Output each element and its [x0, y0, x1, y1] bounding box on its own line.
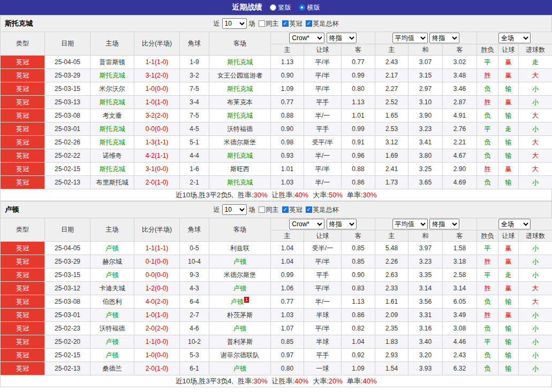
checkbox-icon-championship[interactable] — [282, 20, 289, 27]
league-badge: 英冠 — [1, 136, 45, 149]
odds-handicap-line: 平手 — [304, 349, 342, 362]
avg-odds-draw: 3.65 — [409, 176, 443, 189]
team-section-header: 斯托克城 近 10 场 同主 英冠 英足总杯 — [0, 15, 552, 32]
scope-select[interactable]: 全场 — [498, 33, 531, 43]
checkbox-icon-same-home[interactable] — [259, 20, 265, 27]
odds-home: 1.04 — [271, 255, 304, 268]
match-date: 25-03-13 — [45, 96, 90, 109]
result-goals: 小 — [519, 122, 552, 136]
summary-stat-value: 30% — [254, 191, 268, 199]
away-team-name: 女王公园巡游者 — [209, 69, 271, 82]
corners-score: 6-1 — [180, 362, 209, 375]
checkbox-icon-fa-cup[interactable] — [306, 20, 312, 27]
odds-stage-select[interactable]: 终指 — [327, 33, 357, 43]
filter-fa-cup[interactable]: 英足总杯 — [306, 205, 339, 214]
avg-odds-away: 3.18 — [443, 255, 477, 268]
subcol-home-odds: 主 — [271, 44, 304, 56]
away-team-name: 斯托克城 — [209, 109, 271, 122]
odds-handicap-line: 平/半 — [304, 163, 342, 176]
view-mode-vertical[interactable]: 竖版 — [270, 3, 291, 12]
checkbox-icon-fa-cup[interactable] — [306, 206, 312, 213]
avg-stage-select[interactable]: 终指 — [429, 33, 459, 43]
result-handicap: 赢 — [498, 309, 519, 322]
result-goals: 小 — [519, 255, 552, 268]
match-date: 25-02-13 — [45, 176, 90, 189]
odds-away: 0.92 — [342, 349, 375, 362]
avg-odds-draw: 3.90 — [409, 109, 443, 122]
filter-championship[interactable]: 英冠 — [282, 19, 303, 28]
view-mode-vertical-label[interactable]: 竖版 — [278, 3, 291, 12]
bookmaker-select[interactable]: Crow* — [289, 219, 324, 229]
match-row: 英冠25-03-12卡迪夫城1-2(0-0)4-3卢顿1.06平/半0.832.… — [1, 282, 552, 295]
avg-odds-home: 1.61 — [375, 295, 409, 309]
avg-odds-home: 2.52 — [375, 96, 409, 109]
result-goals: 大 — [519, 136, 552, 149]
checkbox-icon-same-home[interactable] — [259, 206, 265, 213]
match-score: 0-0(0-0) — [134, 122, 180, 136]
view-mode-horizontal[interactable]: 横版 — [299, 3, 320, 12]
odds-away: 0.96 — [342, 149, 375, 163]
odds-stage-select[interactable]: 终指 — [327, 219, 357, 229]
avg-source-select[interactable]: 平均值 — [392, 219, 428, 229]
filter-same-home[interactable]: 同主 — [259, 205, 279, 214]
corners-score: 0-5 — [180, 242, 209, 255]
result-goals: 大 — [519, 295, 552, 309]
result-handicap: 输 — [498, 136, 519, 149]
away-team-name: 卢顿 — [209, 255, 271, 268]
scope-select[interactable]: 全场 — [498, 219, 531, 229]
summary-record: 近10场,胜3平2负5, — [176, 190, 233, 200]
league-badge: 英冠 — [1, 349, 45, 362]
avg-stage-select[interactable]: 终指 — [429, 219, 459, 229]
subcol-avg-away: 客 — [443, 230, 477, 242]
league-badge: 英冠 — [1, 176, 45, 189]
home-team-name: 赫尔城 — [90, 255, 134, 268]
corners-score: 10-4 — [180, 255, 209, 268]
home-team-name: 斯托克城 — [90, 136, 134, 149]
avg-odds-home: 2.63 — [375, 268, 409, 282]
match-row: 英冠25-02-23沃特福德2-0(2-0)4-6卢顿1.07平/半0.822.… — [1, 322, 552, 335]
recent-matches-table: 类型 日期 主场 比分(半场) 角球 客场 Crow* 终指 平均值 终指 全场 — [0, 32, 552, 189]
team-name: 卢顿 — [5, 205, 19, 214]
filter-same-home[interactable]: 同主 — [259, 19, 279, 28]
home-team-name: 卢顿 — [90, 268, 134, 282]
filter-championship[interactable]: 英冠 — [282, 205, 303, 214]
checkbox-icon-championship[interactable] — [282, 206, 289, 213]
match-date: 25-04-05 — [45, 242, 90, 255]
odds-handicap-line: 受半/一 — [304, 242, 342, 255]
odds-away: 1.04 — [342, 335, 375, 349]
bookmaker-select[interactable]: Crow* — [289, 33, 324, 43]
odds-home: 1.07 — [271, 322, 304, 335]
radio-icon-vertical[interactable] — [270, 4, 276, 11]
view-mode-horizontal-label[interactable]: 横版 — [307, 3, 320, 12]
corners-score: 1-6 — [180, 163, 209, 176]
result-outcome: 胜 — [477, 309, 498, 322]
match-date: 25-02-15 — [45, 349, 90, 362]
match-count-select[interactable]: 10 — [222, 204, 247, 215]
avg-odds-home: 2.17 — [375, 69, 409, 82]
subcol-goals-result: 进球数 — [519, 44, 552, 56]
avg-odds-home: 2.93 — [375, 349, 409, 362]
subcol-away-odds: 客 — [342, 230, 375, 242]
league-badge: 英冠 — [1, 109, 45, 122]
match-count-select[interactable]: 10 — [222, 18, 247, 29]
avg-odds-away: 4.67 — [443, 149, 477, 163]
league-badge: 英冠 — [1, 242, 45, 255]
filter-same-home-label: 同主 — [266, 205, 279, 214]
avg-source-select[interactable]: 平均值 — [392, 33, 428, 43]
home-team-name: 考文垂 — [90, 109, 134, 122]
home-team-name: 桑德兰 — [90, 362, 134, 375]
corners-score: 2-7 — [180, 309, 209, 322]
away-team-name: 沃特福德 — [209, 122, 271, 136]
league-badge: 英冠 — [1, 282, 45, 295]
match-date: 25-02-15 — [45, 163, 90, 176]
home-team-name: 斯托克城 — [90, 163, 134, 176]
match-date: 25-03-01 — [45, 122, 90, 136]
radio-icon-horizontal[interactable] — [299, 4, 305, 11]
filter-fa-cup[interactable]: 英足总杯 — [306, 19, 339, 28]
match-row: 英冠25-02-26斯托克城1-3(1-1)5-1米德尔斯堡0.98受平/半0.… — [1, 136, 552, 149]
result-outcome: 平 — [477, 335, 498, 349]
match-date: 25-04-05 — [45, 56, 90, 69]
match-date: 25-03-15 — [45, 82, 90, 96]
home-team-name: 沃特福德 — [90, 322, 134, 335]
corners-score: 1-9 — [180, 56, 209, 69]
